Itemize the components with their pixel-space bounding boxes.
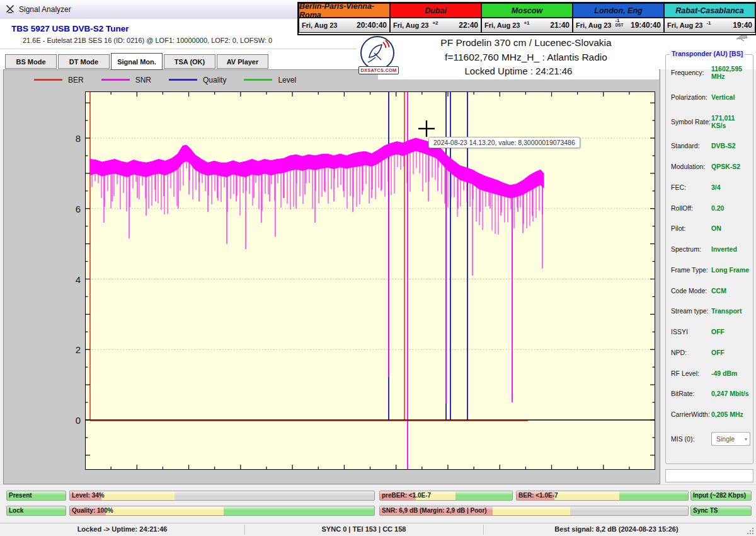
y-tick-label: 0 bbox=[63, 415, 81, 426]
legend-swatch bbox=[169, 79, 197, 81]
signal-chart-panel: BERSNRQualityLevel 02468 2024-08-23 14.1… bbox=[3, 69, 660, 484]
transponder-value: OFF bbox=[711, 349, 750, 356]
transponder-row: CarrierWidth:0,205 MHz bbox=[671, 411, 750, 418]
mis-value: Single bbox=[716, 435, 735, 443]
y-tick-label: 2 bbox=[63, 344, 81, 355]
tab-dt-mode[interactable]: DT Mode bbox=[58, 54, 110, 69]
clock-utc-offset: +2 bbox=[432, 21, 438, 25]
transponder-row: Spectrum:Inverted bbox=[671, 245, 750, 253]
transponder-label: Symbol Rate: bbox=[671, 118, 711, 125]
world-clocks: Berlin-Paris-Vienna-RomaDubaiMoscowLondo… bbox=[297, 2, 756, 35]
input-bar-label: Input (~282 Kbps) bbox=[693, 492, 746, 499]
transponder-panel: Transponder (AU) [BS] Frequency:11602,59… bbox=[665, 54, 753, 464]
transponder-value: 11602,595 MHz bbox=[711, 65, 750, 80]
transponder-label: Pilot: bbox=[671, 224, 711, 232]
present-bar-label: Present bbox=[9, 492, 32, 499]
transponder-label: RollOff: bbox=[671, 204, 711, 212]
snr-bar-label: SNR: 6,9 dB (Margin: 2,9 dB | Poor) bbox=[382, 507, 487, 514]
clock-time: 19:40:40 bbox=[631, 21, 661, 30]
header-divider bbox=[0, 49, 357, 50]
y-tick-label: 8 bbox=[63, 133, 81, 144]
syncts-bar-label: Sync TS bbox=[693, 507, 718, 514]
tab-bs-mode[interactable]: BS Mode bbox=[5, 54, 57, 69]
legend-label: Level bbox=[278, 76, 296, 84]
transponder-value: ON bbox=[711, 224, 750, 232]
transponder-value: QPSK-S2 bbox=[711, 163, 750, 170]
present-bar: Present bbox=[6, 491, 66, 501]
preber-bar: preBER: <1.0E-7 bbox=[379, 491, 513, 501]
mis-label: MIS (0): bbox=[671, 435, 711, 443]
tab-signal-mon-[interactable]: Signal Mon. bbox=[111, 53, 163, 70]
lock-bar: Lock bbox=[6, 506, 66, 516]
transponder-label: Code Mode: bbox=[671, 287, 711, 294]
y-tick-label: 4 bbox=[63, 274, 81, 285]
clock-date: Fri, Aug 23 bbox=[576, 21, 611, 29]
status-sync-tei-cc: SYNC 0 | TEI 153 | CC 158 bbox=[244, 525, 483, 533]
quality-bar: Quality: 100% bbox=[69, 506, 375, 516]
dxsatcs-logo-text: DXSATCS.COM bbox=[358, 66, 399, 74]
clock-cell: Fri, Aug 23+222:40 bbox=[390, 18, 481, 33]
transponder-panel-title: Transponder (AU) [BS] bbox=[670, 50, 745, 57]
tab-av-player[interactable]: AV Player bbox=[217, 54, 268, 69]
clock-time: 19:40 bbox=[733, 21, 752, 30]
clock-date: Fri, Aug 23 bbox=[393, 21, 428, 29]
transponder-label: Frame Type: bbox=[671, 266, 711, 274]
tab-tsa-ok-[interactable]: TSA (OK) bbox=[164, 54, 215, 69]
transponder-value: DVB-S2 bbox=[711, 142, 750, 149]
transponder-value: 171,011 KS/s bbox=[711, 114, 750, 129]
transponder-row: Pilot:ON bbox=[671, 224, 750, 232]
transponder-value: CCM bbox=[711, 287, 750, 294]
transponder-value: Inverted bbox=[711, 245, 750, 253]
transponder-label: Polarization: bbox=[671, 93, 711, 101]
resize-grip[interactable] bbox=[747, 527, 754, 535]
window-title: Signal Analyzer bbox=[19, 5, 71, 14]
transponder-row: RollOff:0.20 bbox=[671, 204, 750, 212]
transponder-label: RF Level: bbox=[671, 370, 711, 377]
message-box bbox=[665, 469, 753, 482]
clock-time: 21:40 bbox=[550, 21, 570, 30]
signal-plot[interactable] bbox=[85, 91, 655, 470]
transponder-label: NPD: bbox=[671, 349, 711, 356]
transponder-label: BitRate: bbox=[671, 390, 711, 397]
clock-time: 22:40 bbox=[459, 21, 478, 30]
indicator-bars-panel: PresentLevel: 34%preBER: <1.0E-7BER: <1.… bbox=[0, 484, 756, 523]
input-bar: Input (~282 Kbps) bbox=[690, 491, 752, 501]
transponder-row: Frame Type:Long Frame bbox=[671, 266, 750, 274]
legend-item-level: Level bbox=[244, 76, 296, 84]
snr-bar: SNR: 6,9 dB (Margin: 2,9 dB | Poor) bbox=[379, 506, 689, 516]
transponder-value: 3/4 bbox=[711, 184, 750, 191]
transponder-label: Frequency: bbox=[671, 69, 711, 76]
status-best-signal: Best signal: 8,2 dB (2024-08-23 15:26) bbox=[483, 525, 750, 533]
transponder-row: Polarization:Vertical bbox=[671, 93, 750, 101]
transponder-label: CarrierWidth: bbox=[671, 411, 711, 418]
tuner-title: TBS 5927 USB DVB-S2 Tuner bbox=[11, 24, 129, 33]
transponder-row: RF Level:-49 dBm bbox=[671, 370, 750, 377]
app-antenna-icon bbox=[6, 4, 14, 16]
ber-bar-label: BER: <1.0E-7 bbox=[518, 492, 558, 499]
clock-date: Fri, Aug 23 bbox=[484, 21, 520, 29]
clock-utc-offset: -1 bbox=[706, 21, 711, 25]
transponder-value: 0.20 bbox=[711, 204, 750, 212]
clock-cell: Fri, Aug 23-1DST19:40:40 bbox=[573, 18, 664, 33]
clock-city-header: Moscow bbox=[481, 3, 573, 18]
tuner-subtitle: 21.6E - Eutelsat 21B SES 16 (ID: 0216) @… bbox=[23, 37, 272, 44]
mis-dropdown[interactable]: Single ▾ bbox=[711, 432, 750, 446]
locked-uptime-line: Locked Uptime : 24:21:46 bbox=[378, 66, 659, 76]
mis-row: MIS (0): Single ▾ bbox=[671, 432, 750, 446]
transponder-row: Modulation:QPSK-S2 bbox=[671, 163, 750, 170]
transponder-value: Transport bbox=[711, 307, 750, 315]
transponder-row: BitRate:0,247 Mbit/s bbox=[671, 390, 750, 397]
legend-label: Quality bbox=[203, 76, 226, 84]
transponder-row: Frequency:11602,595 MHz bbox=[671, 65, 750, 80]
transponder-value: Vertical bbox=[711, 93, 750, 101]
site-line: PF Prodelin 370 cm / Lucenec-Slovakia bbox=[378, 37, 674, 49]
transponder-value: Long Frame bbox=[711, 266, 750, 274]
transponder-row: FEC:3/4 bbox=[671, 184, 750, 191]
transponder-row: Standard:DVB-S2 bbox=[671, 142, 750, 149]
clock-utc-offset: +1 bbox=[524, 21, 529, 25]
clock-cell: Fri, Aug 2320:40:40 bbox=[299, 18, 390, 33]
legend-item-ber: BER bbox=[34, 76, 84, 84]
transponder-row: ISSYIOFF bbox=[671, 328, 750, 335]
legend-swatch bbox=[244, 79, 272, 81]
clock-date: Fri, Aug 23 bbox=[667, 21, 702, 29]
